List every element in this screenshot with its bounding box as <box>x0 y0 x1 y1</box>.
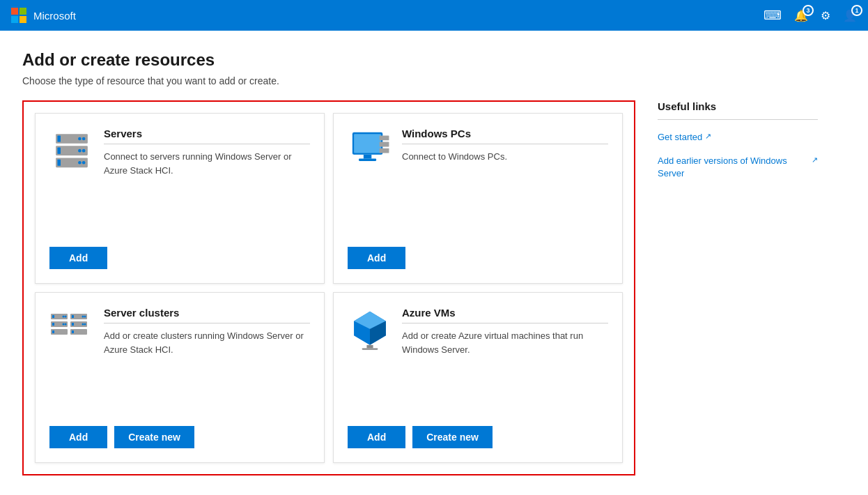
azure-vms-title: Azure VMs <box>402 307 608 319</box>
server-clusters-actions: Add Create new <box>49 413 310 448</box>
svg-point-10 <box>78 161 82 165</box>
notification-badge: 3 <box>803 5 814 16</box>
logo-tile-green <box>20 8 26 15</box>
windows-pcs-title-block: Windows PCs Connect to Windows PCs. <box>402 128 608 164</box>
azure-vms-create-button[interactable]: Create new <box>412 426 493 448</box>
get-started-ext-icon: ↗ <box>705 131 711 142</box>
svg-point-26 <box>65 323 67 326</box>
azure-vms-card: Azure VMs Add or create Azure virtual ma… <box>333 292 623 463</box>
sidebar-divider <box>658 119 818 120</box>
svg-point-36 <box>84 323 86 326</box>
terminal-icon[interactable]: ⌨ <box>764 8 782 23</box>
svg-point-2 <box>78 137 82 141</box>
topbar: Microsoft ⌨ 🔔 3 ⚙ 👤 1 <box>0 0 868 31</box>
svg-rect-28 <box>52 330 54 333</box>
svg-rect-18 <box>359 159 376 161</box>
help-icon[interactable]: 👤 1 <box>843 9 857 22</box>
svg-point-32 <box>84 316 86 318</box>
svg-rect-34 <box>72 323 74 326</box>
help-badge: 1 <box>851 5 862 16</box>
logo-tile-blue <box>11 16 18 23</box>
notification-icon[interactable]: 🔔 3 <box>794 9 808 22</box>
svg-rect-13 <box>354 134 381 153</box>
azure-vms-icon <box>348 307 392 354</box>
svg-rect-44 <box>362 348 378 349</box>
server-clusters-create-button[interactable]: Create new <box>114 426 194 448</box>
svg-point-31 <box>82 316 84 318</box>
svg-rect-24 <box>52 323 54 326</box>
svg-point-22 <box>65 316 67 318</box>
servers-title-block: Servers Connect to servers running Windo… <box>104 128 310 177</box>
logo-tile-red <box>11 8 18 15</box>
svg-rect-5 <box>57 148 61 154</box>
windows-pcs-card-header: Windows PCs Connect to Windows PCs. <box>348 128 608 175</box>
servers-icon <box>49 128 94 175</box>
content-area: Servers Connect to servers running Windo… <box>22 100 846 475</box>
svg-point-7 <box>82 149 86 153</box>
svg-rect-16 <box>380 148 389 153</box>
windows-pcs-add-button[interactable]: Add <box>348 247 405 269</box>
add-earlier-versions-link[interactable]: Add earlier versions of Windows Server ↗ <box>658 155 818 180</box>
microsoft-logo <box>11 8 26 23</box>
get-started-label: Get started <box>658 131 702 144</box>
servers-card-header: Servers Connect to servers running Windo… <box>49 128 310 177</box>
svg-rect-9 <box>57 160 61 166</box>
cards-section: Servers Connect to servers running Windo… <box>22 100 635 475</box>
windows-pcs-icon <box>348 128 392 175</box>
azure-vms-desc: Add or create Azure virtual machines tha… <box>402 329 608 356</box>
server-clusters-card-header: Server clusters Add or create clusters r… <box>49 307 310 356</box>
windows-pcs-actions: Add <box>348 234 608 269</box>
servers-card: Servers Connect to servers running Windo… <box>35 113 325 284</box>
servers-desc: Connect to servers running Windows Serve… <box>104 150 310 177</box>
windows-pcs-desc: Connect to Windows PCs. <box>402 150 608 164</box>
main-content: Add or create resources Choose the type … <box>0 31 868 495</box>
server-clusters-desc: Add or create clusters running Windows S… <box>104 329 310 356</box>
azure-vms-actions: Add Create new <box>348 413 608 448</box>
svg-rect-20 <box>52 315 54 318</box>
svg-rect-17 <box>364 155 371 159</box>
svg-rect-14 <box>380 135 389 140</box>
server-clusters-add-button[interactable]: Add <box>49 426 107 448</box>
useful-links-title: Useful links <box>658 100 818 112</box>
windows-pcs-card: Windows PCs Connect to Windows PCs. Add <box>333 113 623 284</box>
azure-vms-title-block: Azure VMs Add or create Azure virtual ma… <box>402 307 608 356</box>
svg-point-21 <box>63 316 65 318</box>
server-clusters-icon <box>49 307 94 349</box>
svg-rect-38 <box>72 330 74 333</box>
topbar-left: Microsoft <box>11 8 76 23</box>
server-clusters-card: Server clusters Add or create clusters r… <box>35 292 325 463</box>
azure-vms-add-button[interactable]: Add <box>348 426 405 448</box>
svg-rect-30 <box>72 315 74 318</box>
svg-point-35 <box>82 323 84 326</box>
add-earlier-versions-label: Add earlier versions of Windows Server <box>658 155 809 180</box>
servers-actions: Add <box>49 234 310 269</box>
brand-name: Microsoft <box>33 10 76 22</box>
server-clusters-title-block: Server clusters Add or create clusters r… <box>104 307 310 356</box>
server-clusters-title: Server clusters <box>104 307 310 319</box>
svg-point-11 <box>82 161 86 165</box>
servers-add-button[interactable]: Add <box>49 247 107 269</box>
svg-rect-1 <box>57 135 61 142</box>
settings-icon[interactable]: ⚙ <box>821 9 830 22</box>
topbar-right: ⌨ 🔔 3 ⚙ 👤 1 <box>764 8 857 23</box>
add-earlier-versions-ext-icon: ↗ <box>812 155 818 165</box>
windows-pcs-title: Windows PCs <box>402 128 608 139</box>
servers-title: Servers <box>104 128 310 139</box>
page-subtitle: Choose the type of resource that you wan… <box>22 75 846 86</box>
logo-tile-yellow <box>20 16 26 23</box>
svg-rect-15 <box>380 142 389 147</box>
svg-point-3 <box>82 137 86 141</box>
get-started-link[interactable]: Get started ↗ <box>658 131 818 144</box>
page-title: Add or create resources <box>22 50 846 70</box>
svg-point-25 <box>63 323 65 326</box>
svg-rect-43 <box>366 345 373 349</box>
svg-point-6 <box>78 149 82 153</box>
sidebar: Useful links Get started ↗ Add earlier v… <box>658 100 818 475</box>
azure-vms-card-header: Azure VMs Add or create Azure virtual ma… <box>348 307 608 356</box>
